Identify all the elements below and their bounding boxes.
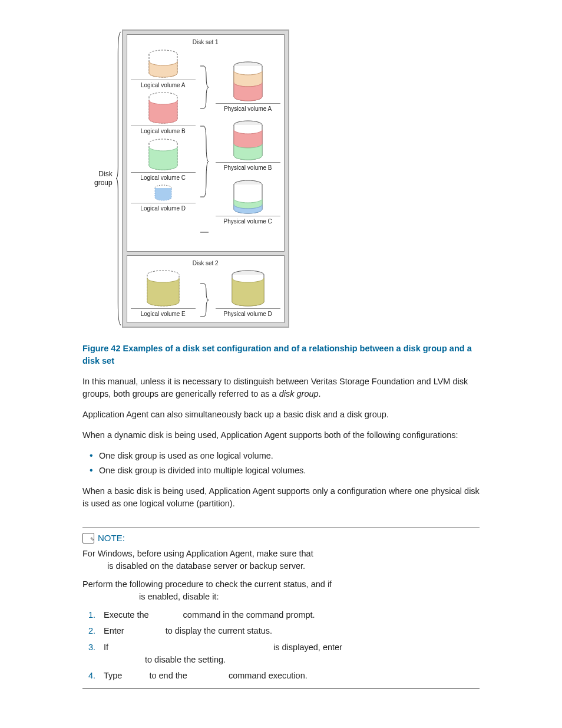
disk-set-1-title: Disk set 1	[131, 38, 280, 47]
list-item: One disk group is used as one logical vo…	[82, 450, 480, 462]
note-heading: NOTE:	[82, 532, 480, 545]
list-item: One disk group is divided into multiple …	[82, 465, 480, 477]
body-paragraph: Application Agent can also simultaneousl…	[82, 409, 480, 421]
logical-volume-e: Logical volume E	[131, 270, 196, 319]
logical-volume-c: Logical volume C	[131, 139, 196, 183]
physical-volume-b: Physical volume B	[216, 120, 280, 173]
logical-volume-a: Logical volume A	[131, 50, 196, 90]
disk-set-2: Disk set 2 Logical volume E	[127, 255, 285, 323]
numbered-list: 1. Execute thecommand in the command pro…	[82, 609, 480, 681]
logical-volume-b: Logical volume B	[131, 92, 196, 136]
physical-volume-c: Physical volume C	[216, 180, 280, 226]
divider	[82, 688, 480, 689]
note-paragraph: For Windows, before using Application Ag…	[82, 548, 480, 572]
note-paragraph: Perform the following procedure to check…	[82, 578, 480, 603]
diagram: Disk group Disk set 1	[94, 29, 480, 328]
list-item: 2. Enterto display the current status.	[82, 625, 480, 637]
connector-icon	[200, 50, 211, 250]
physical-volume-d: Physical volume D	[216, 270, 280, 319]
brace-icon	[116, 29, 122, 328]
body-paragraph: When a dynamic disk is being used, Appli…	[82, 429, 480, 442]
physical-volume-a: Physical volume A	[216, 61, 280, 114]
note-icon	[82, 533, 94, 543]
list-item: 1. Execute thecommand in the command pro…	[82, 609, 480, 621]
body-paragraph: When a basic disk is being used, Applica…	[82, 485, 480, 510]
figure-caption: Figure 42 Examples of a disk set configu…	[82, 342, 480, 367]
disk-set-2-title: Disk set 2	[131, 259, 280, 268]
list-item: 3. Ifis displayed, enter to disable the …	[82, 641, 480, 666]
diagram-panel: Disk set 1 Logical volume A	[122, 29, 289, 328]
list-item: 4. Typeto end thecommand execution.	[82, 670, 480, 682]
note-block: NOTE: For Windows, before using Applicat…	[82, 528, 480, 689]
disk-set-1: Disk set 1 Logical volume A	[127, 34, 285, 252]
logical-volume-d: Logical volume D	[131, 185, 196, 213]
bullet-list: One disk group is used as one logical vo…	[82, 450, 480, 477]
body-paragraph: In this manual, unless it is necessary t…	[82, 375, 480, 400]
disk-group-label: Disk group	[94, 170, 113, 187]
divider	[82, 528, 480, 528]
connector-icon	[200, 270, 211, 321]
